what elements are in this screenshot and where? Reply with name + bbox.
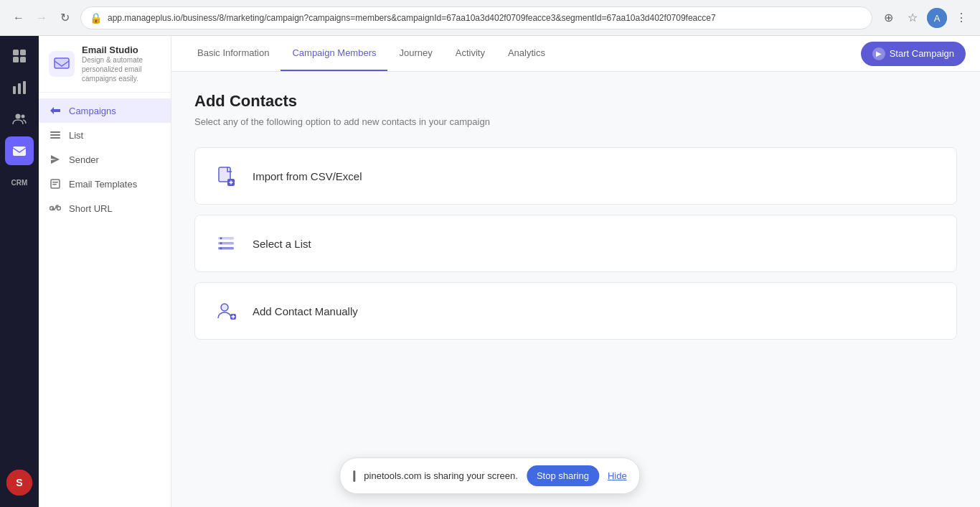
svg-rect-18 [50,137,60,139]
svg-point-9 [16,114,21,119]
svg-text:S: S [16,477,22,488]
app-header-subtitle: Design & automate personalized email cam… [82,55,161,83]
svg-rect-17 [50,134,60,136]
svg-point-31 [220,247,222,249]
svg-rect-4 [13,57,19,62]
svg-point-30 [220,242,222,244]
list-icon [49,129,62,141]
tab-journey[interactable]: Journey [387,36,443,71]
sidebar-item-list-label: List [69,130,83,141]
start-campaign-button[interactable]: ▶ Start Campaign [861,42,966,66]
sidebar-item-campaigns[interactable]: Campaigns [39,98,171,123]
icon-sidebar: CRM S [0,36,39,507]
lock-icon: 🔒 [90,12,102,24]
app-header-text: Email Studio Design & automate personali… [82,45,161,83]
banner-dot [353,470,355,482]
select-list-option[interactable]: Select a List [194,215,957,272]
svg-point-10 [22,115,25,118]
add-manually-icon [212,297,240,325]
tab-activity[interactable]: Activity [444,36,496,71]
hide-button[interactable]: Hide [608,470,627,481]
sidebar-nav: Campaigns List Sender [39,93,171,507]
app-header-icon [49,51,75,77]
main-content: Basic Information Campaign Members Journ… [171,36,980,507]
import-csv-label: Import from CSV/Excel [253,170,362,182]
banner-text: pinetools.com is sharing your screen. [364,470,518,481]
sidebar-item-campaigns-label: Campaigns [69,106,116,116]
svg-rect-21 [52,184,57,185]
tab-campaign-members[interactable]: Campaign Members [281,36,387,71]
svg-rect-8 [23,81,26,94]
svg-rect-3 [20,50,26,55]
menu-button[interactable]: ⋮ [951,8,971,28]
campaigns-icon [49,105,62,116]
bookmark-button[interactable]: ☆ [903,8,923,28]
sidebar-avatar[interactable]: S [6,470,32,496]
svg-rect-5 [20,57,26,62]
select-list-icon [212,230,240,257]
sidebar-item-list[interactable]: List [39,123,171,147]
import-csv-icon [212,162,240,190]
sidebar-icon-analytics[interactable] [5,73,34,102]
banner-indicator [353,470,355,482]
svg-rect-11 [13,146,26,156]
sidebar-icon-grid[interactable] [5,42,34,70]
svg-rect-7 [18,83,21,94]
short-url-icon [49,203,62,214]
svg-rect-6 [13,86,16,94]
add-manually-label: Add Contact Manually [253,305,358,317]
address-bar[interactable]: 🔒 app.manageplus.io/business/8/marketing… [80,6,872,29]
profile-avatar: A [927,8,947,28]
sender-icon [49,154,62,165]
sidebar-icon-crm[interactable]: CRM [5,168,34,197]
sidebar-item-email-templates[interactable]: Email Templates [39,172,171,196]
svg-point-32 [221,304,228,311]
add-manually-option[interactable]: Add Contact Manually [194,282,957,340]
sidebar-icon-email[interactable] [5,136,34,165]
svg-point-22 [50,207,54,210]
forward-button[interactable]: → [32,8,52,28]
sidebar-icon-contacts[interactable] [5,105,34,134]
sidebar-item-short-url[interactable]: Short URL [39,196,171,220]
page-subtitle: Select any of the following option to ad… [194,116,957,127]
url-text: app.manageplus.io/business/8/marketing/c… [108,13,863,23]
reload-button[interactable]: ↻ [55,8,75,28]
svg-text:A: A [934,13,941,24]
secondary-sidebar: Email Studio Design & automate personali… [39,36,171,507]
play-icon: ▶ [872,47,885,60]
page-title: Add Contacts [194,92,957,111]
screen-share-banner: pinetools.com is sharing your screen. St… [339,457,640,494]
sidebar-item-short-url-label: Short URL [69,203,113,214]
sidebar-item-email-templates-label: Email Templates [69,179,137,190]
stop-sharing-button[interactable]: Stop sharing [527,465,599,486]
app-header-title: Email Studio [82,45,161,55]
import-csv-option[interactable]: Import from CSV/Excel [194,147,957,205]
content-area: Add Contacts Select any of the following… [171,72,980,507]
svg-rect-20 [52,182,58,183]
browser-chrome: ← → ↻ 🔒 app.manageplus.io/business/8/mar… [0,0,980,36]
top-tabs: Basic Information Campaign Members Journ… [171,36,980,72]
profile-button[interactable]: A [927,8,947,28]
svg-rect-2 [13,50,19,55]
tab-basic-information[interactable]: Basic Information [186,36,281,71]
svg-rect-16 [50,131,60,133]
sidebar-item-sender[interactable]: Sender [39,147,171,172]
extensions-button[interactable]: ⊕ [878,8,898,28]
tab-analytics[interactable]: Analytics [496,36,557,71]
back-button[interactable]: ← [9,8,29,28]
svg-point-29 [220,237,222,239]
sidebar-item-sender-label: Sender [69,154,99,165]
email-templates-icon [49,178,62,190]
select-list-label: Select a List [253,238,311,250]
app-header: Email Studio Design & automate personali… [39,36,171,93]
svg-point-23 [57,207,61,210]
